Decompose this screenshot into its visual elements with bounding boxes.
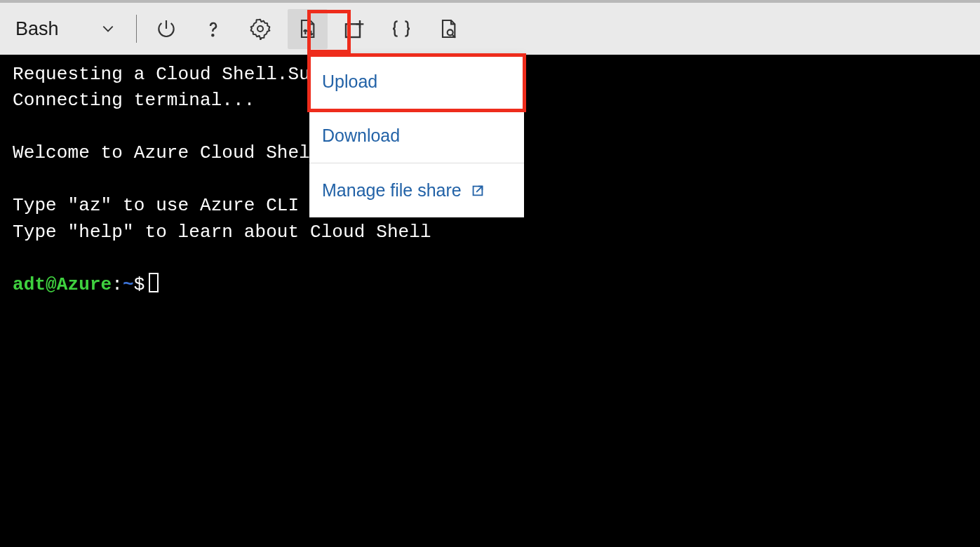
menu-item-download[interactable]: Download xyxy=(309,109,524,163)
new-session-button[interactable] xyxy=(335,9,375,49)
power-icon xyxy=(155,18,177,40)
prompt-symbol: $ xyxy=(134,274,145,295)
preview-button[interactable] xyxy=(429,9,469,49)
menu-item-manage-file-share[interactable]: Manage file share xyxy=(309,163,524,217)
shell-type-label: Bash xyxy=(15,18,59,40)
braces-icon xyxy=(390,18,412,40)
help-button[interactable] xyxy=(194,9,234,49)
new-session-icon xyxy=(343,18,365,40)
gear-icon xyxy=(249,18,271,40)
chevron-down-icon xyxy=(101,22,115,36)
prompt-user: adt@Azure xyxy=(13,274,112,295)
settings-button[interactable] xyxy=(241,9,281,49)
menu-item-label: Download xyxy=(322,126,400,146)
shell-type-select[interactable]: Bash xyxy=(6,14,125,44)
terminal-line: Welcome to Azure Cloud Shell xyxy=(13,142,321,163)
svg-point-0 xyxy=(212,34,213,36)
power-button[interactable] xyxy=(147,9,187,49)
svg-point-3 xyxy=(448,29,453,35)
terminal-line: Type "help" to learn about Cloud Shell xyxy=(13,222,431,243)
terminal-line: Connecting terminal... xyxy=(13,90,255,111)
menu-item-label: Upload xyxy=(322,72,377,92)
terminal-line: Type "az" to use Azure CLI xyxy=(13,195,299,216)
upload-download-button[interactable] xyxy=(288,9,328,49)
help-icon xyxy=(202,18,224,40)
toolbar-divider xyxy=(136,15,137,43)
prompt-colon: : xyxy=(112,274,123,295)
file-menu-dropdown: Upload Download Manage file share xyxy=(309,55,524,217)
menu-item-upload[interactable]: Upload xyxy=(309,55,524,109)
prompt-path: ~ xyxy=(123,274,134,295)
editor-button[interactable] xyxy=(382,9,422,49)
file-preview-icon xyxy=(437,18,459,40)
menu-item-label: Manage file share xyxy=(322,180,462,201)
svg-rect-2 xyxy=(346,24,360,37)
external-link-icon xyxy=(470,183,485,198)
cloud-shell-toolbar: Bash xyxy=(0,0,980,55)
terminal-cursor xyxy=(149,273,159,292)
file-updown-icon xyxy=(296,18,318,40)
svg-point-1 xyxy=(257,26,263,32)
